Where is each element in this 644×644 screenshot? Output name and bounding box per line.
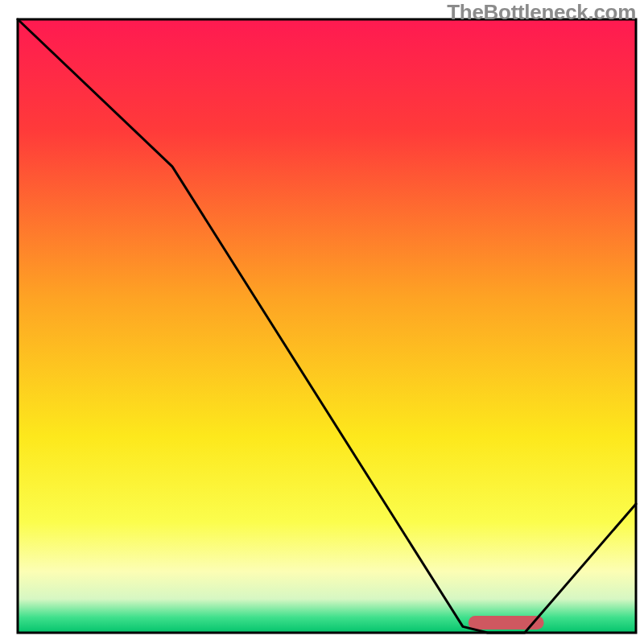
chart-container: TheBottleneck.com (0, 0, 644, 644)
bottleneck-chart (0, 0, 644, 644)
plot-area (18, 19, 636, 633)
plot-background (18, 19, 636, 633)
watermark-text: TheBottleneck.com (447, 0, 636, 25)
